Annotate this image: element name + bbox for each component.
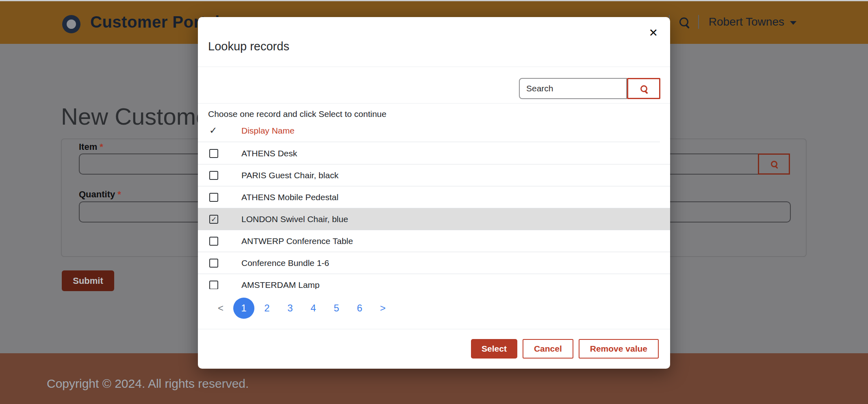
modal-divider xyxy=(198,103,670,104)
modal-footer: SelectCancelRemove value xyxy=(471,339,659,359)
required-marker: * xyxy=(117,189,121,199)
pagination-page-2[interactable]: 2 xyxy=(256,298,278,319)
display-name-column-header[interactable]: Display Name xyxy=(241,126,295,136)
row-label: PARIS Guest Chair, black xyxy=(241,164,339,186)
pagination-page-5[interactable]: 5 xyxy=(326,298,347,319)
row-label: ANTWERP Conference Table xyxy=(241,230,353,252)
modal-divider xyxy=(198,329,670,329)
list-item[interactable]: ATHENS Desk xyxy=(198,143,670,164)
header-search-icon[interactable] xyxy=(679,17,688,26)
row-checkbox[interactable] xyxy=(209,193,218,202)
modal-search-button[interactable] xyxy=(627,78,660,99)
row-checkbox[interactable] xyxy=(209,171,218,180)
search-icon xyxy=(640,85,647,92)
search-icon xyxy=(771,161,777,167)
row-label: ATHENS Mobile Pedestal xyxy=(241,186,339,208)
check-column-header-icon: ✓ xyxy=(209,125,217,136)
pagination: <123456> xyxy=(198,289,670,327)
lookup-records-modal: ✕ Lookup records Choose one record and c… xyxy=(198,17,670,369)
modal-title: Lookup records xyxy=(208,40,289,53)
quantity-label: Quantity* xyxy=(79,189,121,200)
modal-instruction: Choose one record and click Select to co… xyxy=(208,109,386,119)
list-item[interactable]: ✓LONDON Swivel Chair, blue xyxy=(198,208,670,230)
list-item[interactable]: Conference Bundle 1-6 xyxy=(198,252,670,274)
item-label: Item* xyxy=(79,142,103,152)
record-list: ATHENS DeskPARIS Guest Chair, blackATHEN… xyxy=(198,143,670,289)
list-item[interactable]: AMSTERDAM Lamp xyxy=(198,274,670,289)
close-icon[interactable]: ✕ xyxy=(649,28,658,39)
modal-divider xyxy=(198,67,670,67)
user-menu[interactable]: Robert Townes xyxy=(709,15,796,28)
row-label: LONDON Swivel Chair, blue xyxy=(241,208,348,230)
brand-logo-icon xyxy=(62,15,80,33)
pagination-prev[interactable]: < xyxy=(210,298,231,319)
list-item[interactable]: ANTWERP Conference Table xyxy=(198,230,670,252)
pagination-page-6[interactable]: 6 xyxy=(349,298,370,319)
pagination-page-1[interactable]: 1 xyxy=(233,298,254,319)
row-label: Conference Bundle 1-6 xyxy=(241,252,329,274)
row-label: ATHENS Desk xyxy=(241,143,297,164)
submit-button[interactable]: Submit xyxy=(62,270,114,291)
remove-value-button[interactable]: Remove value xyxy=(579,339,659,359)
screen: Customer Portal s Robert Townes New Cust… xyxy=(0,0,868,404)
cancel-button[interactable]: Cancel xyxy=(523,339,573,359)
row-checkbox[interactable] xyxy=(209,237,218,246)
top-hairline xyxy=(0,0,868,1)
list-item[interactable]: ATHENS Mobile Pedestal xyxy=(198,186,670,208)
row-label: AMSTERDAM Lamp xyxy=(241,274,320,289)
select-button[interactable]: Select xyxy=(471,339,517,359)
brand-logo-inner xyxy=(67,19,76,29)
row-checkbox[interactable] xyxy=(209,149,218,158)
pagination-page-4[interactable]: 4 xyxy=(303,298,324,319)
chevron-down-icon xyxy=(790,21,796,25)
row-checkbox[interactable]: ✓ xyxy=(209,215,218,224)
item-lookup-button[interactable] xyxy=(758,153,790,175)
list-item[interactable]: PARIS Guest Chair, black xyxy=(198,164,670,186)
row-checkbox[interactable] xyxy=(209,259,218,268)
pagination-next[interactable]: > xyxy=(372,298,393,319)
required-marker: * xyxy=(100,142,103,152)
pagination-page-3[interactable]: 3 xyxy=(280,298,301,319)
table-header: ✓ Display Name xyxy=(198,122,660,142)
modal-search-input[interactable] xyxy=(519,78,627,99)
user-name: Robert Townes xyxy=(709,15,784,28)
row-checkbox[interactable] xyxy=(209,281,218,289)
nav-divider xyxy=(698,15,699,29)
header-nav: s Robert Townes xyxy=(653,0,796,44)
copyright-text: Copyright © 2024. All rights reserved. xyxy=(47,377,249,391)
